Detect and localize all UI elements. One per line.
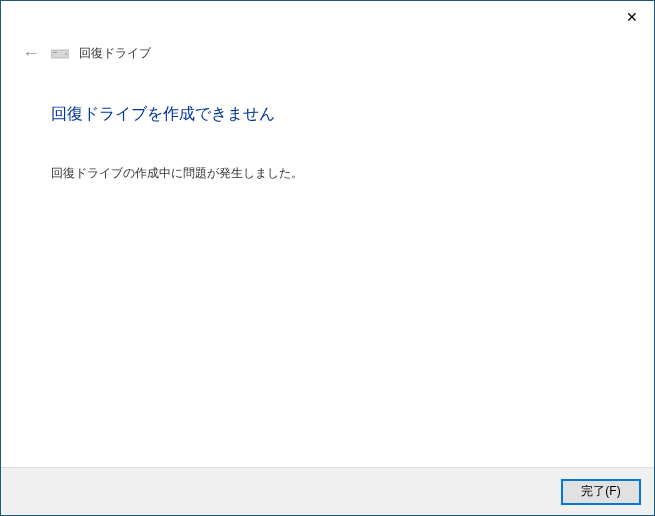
footer-bar: 完了(F) bbox=[1, 467, 654, 515]
finish-button[interactable]: 完了(F) bbox=[562, 480, 640, 504]
error-message: 回復ドライブの作成中に問題が発生しました。 bbox=[51, 165, 604, 182]
close-button[interactable]: ✕ bbox=[622, 7, 642, 27]
content-area: 回復ドライブを作成できません 回復ドライブの作成中に問題が発生しました。 bbox=[1, 64, 654, 182]
titlebar: ✕ bbox=[1, 1, 654, 31]
drive-icon bbox=[51, 48, 69, 60]
svg-point-2 bbox=[65, 53, 67, 55]
close-icon: ✕ bbox=[626, 9, 638, 25]
back-arrow-icon: ← bbox=[22, 43, 40, 64]
back-button[interactable]: ← bbox=[21, 43, 41, 64]
wizard-header: ← 回復ドライブ bbox=[1, 31, 654, 64]
wizard-title: 回復ドライブ bbox=[79, 45, 151, 62]
page-heading: 回復ドライブを作成できません bbox=[51, 104, 604, 125]
svg-rect-1 bbox=[53, 52, 57, 53]
